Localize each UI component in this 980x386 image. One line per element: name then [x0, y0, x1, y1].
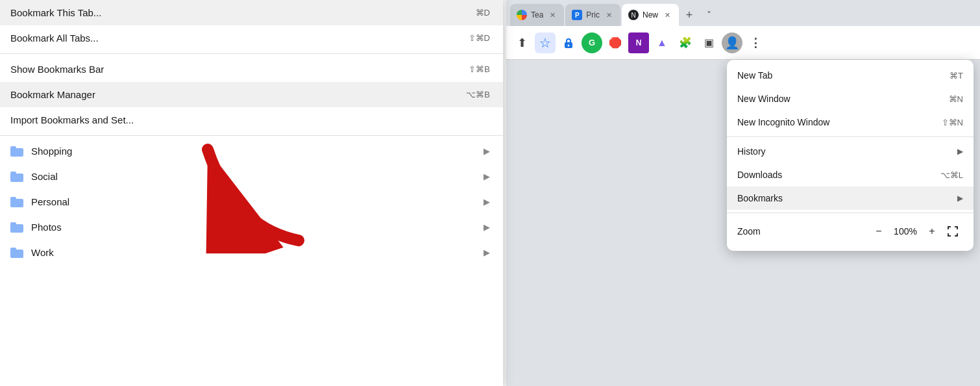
profile-avatar[interactable]: 👤	[722, 32, 742, 53]
tab-title-new: New	[643, 10, 658, 19]
adblock-icon[interactable]: 🛑	[605, 32, 626, 53]
bm-folder-work-left: Work	[10, 247, 54, 258]
zoom-label: Zoom	[737, 226, 868, 237]
tab-overflow-button[interactable]: ˅	[700, 6, 718, 24]
bm-folder-social-label: Social	[31, 171, 58, 182]
chrome-menu-bookmarks[interactable]: Bookmarks ▶	[727, 187, 974, 210]
zoom-fullscreen-button[interactable]	[942, 221, 963, 242]
bm-folder-personal-left: Personal	[10, 196, 69, 207]
chrome-menu-incognito[interactable]: New Incognito Window ⇧⌘N	[727, 110, 974, 134]
svg-rect-5	[957, 226, 958, 229]
bm-folder-shopping-left: Shopping	[10, 146, 72, 157]
svg-rect-7	[948, 233, 949, 237]
incognito-label: New Incognito Window	[737, 117, 922, 127]
bookmark-button[interactable]: ☆	[535, 32, 556, 53]
bm-bookmark-all-shortcut: ⇧⌘D	[469, 33, 490, 43]
zoom-value: 100%	[889, 226, 922, 237]
new-tab-shortcut: ⌘T	[949, 71, 963, 81]
bm-folder-icon-shopping	[10, 146, 23, 157]
tab-tea[interactable]: Tea ✕	[510, 4, 564, 26]
chrome-menu-history[interactable]: History ▶	[727, 140, 974, 163]
bm-folder-icon-social	[10, 172, 23, 182]
bm-bookmark-tab[interactable]: Bookmark This Tab... ⌘D	[0, 0, 503, 25]
bm-bookmark-tab-label: Bookmark This Tab...	[10, 7, 101, 18]
bm-import[interactable]: Import Bookmarks and Set...	[0, 107, 503, 133]
clickup-icon[interactable]: ▲	[652, 32, 672, 53]
tab-favicon-tea	[517, 10, 527, 20]
bm-sep-1	[0, 53, 503, 54]
tab-new[interactable]: N New ✕	[622, 4, 679, 26]
chrome-menu-downloads[interactable]: Downloads ⌥⌘L	[727, 163, 974, 187]
tab-favicon-pric: P	[572, 10, 582, 20]
bm-folder-work[interactable]: Work ▶	[0, 240, 503, 265]
zoom-plus-button[interactable]: +	[922, 221, 942, 242]
downloads-label: Downloads	[737, 170, 921, 180]
bm-sep-2	[0, 135, 503, 136]
bm-folder-social-arrow: ▶	[484, 172, 490, 181]
bm-manager[interactable]: Bookmark Manager ⌥⌘B	[0, 82, 503, 107]
chrome-menu-new-window[interactable]: New Window ⌘N	[727, 87, 974, 110]
bm-folder-icon-personal	[10, 197, 23, 207]
chrome-menu: New Tab ⌘T New Window ⌘N New Incognito W…	[727, 60, 974, 251]
bm-show-bar-label: Show Bookmarks Bar	[10, 64, 104, 75]
bm-folder-icon-work	[10, 248, 23, 258]
bm-folder-social-left: Social	[10, 171, 58, 182]
chrome-menu-button[interactable]: ⋮	[745, 32, 766, 53]
tab-close-tea[interactable]: ✕	[547, 10, 557, 20]
svg-point-1	[568, 44, 570, 46]
grammarly-icon[interactable]: G	[582, 32, 602, 53]
tab-title-pric: Pric	[586, 10, 600, 19]
toolbar: ⬆ ☆ G 🛑 N ▲ 🧩 ▣ 👤 ⋮	[506, 26, 980, 60]
new-window-shortcut: ⌘N	[949, 94, 963, 104]
bm-import-label: Import Bookmarks and Set...	[10, 114, 134, 125]
bookmarks-label: Bookmarks	[737, 193, 952, 203]
chrome-sep-2	[727, 212, 974, 213]
onenote-icon[interactable]: N	[628, 32, 649, 53]
bm-manager-shortcut: ⌥⌘B	[466, 90, 490, 99]
bm-folder-photos[interactable]: Photos ▶	[0, 214, 503, 240]
bm-bookmark-all-tabs[interactable]: Bookmark All Tabs... ⇧⌘D	[0, 25, 503, 51]
browser-chrome: Tea ✕ P Pric ✕ N New ✕ + ˅ ⬆ ☆ G	[506, 0, 980, 386]
bm-folder-personal-label: Personal	[31, 196, 69, 207]
new-tab-button[interactable]: +	[680, 6, 698, 24]
tab-favicon-new: N	[628, 10, 639, 20]
bm-folder-shopping-arrow: ▶	[484, 146, 490, 156]
share-button[interactable]: ⬆	[511, 32, 532, 53]
bookmarks-arrow: ▶	[957, 194, 963, 203]
bm-folder-photos-arrow: ▶	[484, 222, 490, 232]
extensions-icon[interactable]: 🧩	[675, 32, 696, 53]
new-tab-label: New Tab	[737, 70, 930, 81]
bm-folder-icon-photos	[10, 222, 23, 233]
tab-close-new[interactable]: ✕	[662, 10, 672, 20]
bm-folder-photos-left: Photos	[10, 222, 62, 233]
svg-rect-3	[948, 226, 949, 229]
bm-folder-social[interactable]: Social ▶	[0, 164, 503, 189]
tab-close-pric[interactable]: ✕	[604, 10, 614, 20]
bm-manager-label: Bookmark Manager	[10, 89, 95, 100]
chrome-menu-new-tab[interactable]: New Tab ⌘T	[727, 64, 974, 87]
incognito-shortcut: ⇧⌘N	[942, 118, 963, 127]
bm-folder-work-arrow: ▶	[484, 248, 490, 257]
chrome-sep-1	[727, 136, 974, 137]
bm-show-bar[interactable]: Show Bookmarks Bar ⇧⌘B	[0, 57, 503, 82]
history-label: History	[737, 146, 952, 157]
history-arrow: ▶	[957, 147, 963, 156]
bm-folder-shopping-label: Shopping	[31, 146, 72, 157]
svg-rect-9	[957, 233, 958, 237]
bm-bookmark-tab-shortcut: ⌘D	[476, 8, 490, 18]
bm-bookmark-all-label: Bookmark All Tabs...	[10, 32, 99, 44]
bm-folder-photos-label: Photos	[31, 222, 62, 233]
bm-folder-personal[interactable]: Personal ▶	[0, 189, 503, 214]
tab-bar: Tea ✕ P Pric ✕ N New ✕ + ˅	[506, 0, 980, 26]
sidebar-icon[interactable]: ▣	[698, 32, 719, 53]
zoom-control: Zoom − 100% +	[727, 216, 974, 247]
bookmark-menu: Bookmark This Tab... ⌘D Bookmark All Tab…	[0, 0, 503, 386]
zoom-minus-button[interactable]: −	[868, 221, 889, 242]
tab-pric[interactable]: P Pric ✕	[565, 4, 620, 26]
bm-folder-work-label: Work	[31, 247, 54, 258]
downloads-shortcut: ⌥⌘L	[940, 170, 963, 180]
bm-folder-shopping[interactable]: Shopping ▶	[0, 138, 503, 164]
bm-folder-personal-arrow: ▶	[484, 197, 490, 207]
bm-show-bar-shortcut: ⇧⌘B	[469, 64, 490, 74]
new-window-label: New Window	[737, 94, 929, 104]
